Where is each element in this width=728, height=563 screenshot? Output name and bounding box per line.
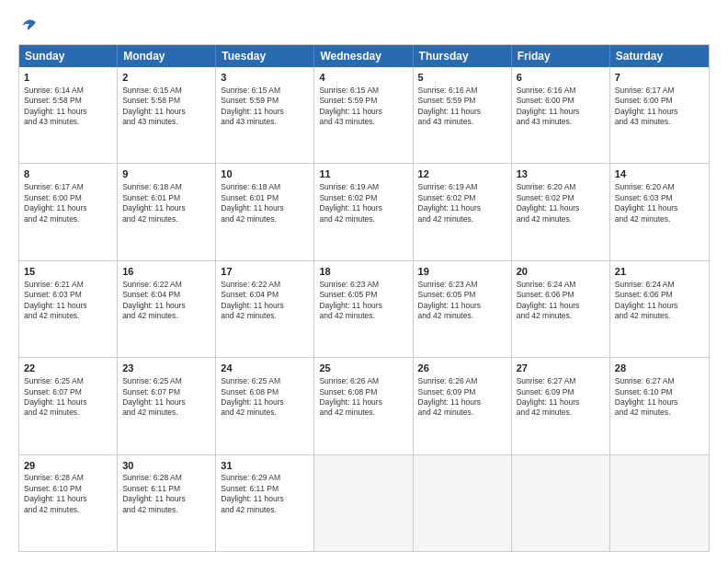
calendar-cell: 30Sunrise: 6:28 AM Sunset: 6:11 PM Dayli… (118, 455, 216, 551)
day-number: 11 (319, 167, 407, 181)
day-header-wednesday: Wednesday (314, 45, 413, 67)
page: SundayMondayTuesdayWednesdayThursdayFrid… (0, 0, 728, 563)
calendar-cell: 26Sunrise: 6:26 AM Sunset: 6:09 PM Dayli… (414, 358, 512, 454)
cell-sun-info: Sunrise: 6:27 AM Sunset: 6:09 PM Dayligh… (517, 376, 605, 419)
calendar-week-2: 8Sunrise: 6:17 AM Sunset: 6:00 PM Daylig… (19, 164, 709, 260)
calendar-cell: 27Sunrise: 6:27 AM Sunset: 6:09 PM Dayli… (512, 358, 610, 454)
cell-sun-info: Sunrise: 6:19 AM Sunset: 6:02 PM Dayligh… (418, 182, 506, 224)
cell-sun-info: Sunrise: 6:17 AM Sunset: 6:00 PM Dayligh… (615, 86, 704, 128)
logo (18, 17, 39, 35)
calendar-cell: 18Sunrise: 6:23 AM Sunset: 6:05 PM Dayli… (314, 261, 413, 357)
calendar-cell (610, 455, 709, 551)
day-number: 12 (418, 167, 506, 181)
day-header-friday: Friday (512, 45, 610, 67)
day-number: 14 (615, 167, 704, 181)
day-number: 23 (122, 362, 210, 375)
calendar-week-5: 29Sunrise: 6:28 AM Sunset: 6:10 PM Dayli… (19, 455, 709, 551)
cell-sun-info: Sunrise: 6:15 AM Sunset: 5:59 PM Dayligh… (221, 86, 309, 128)
cell-sun-info: Sunrise: 6:28 AM Sunset: 6:10 PM Dayligh… (24, 473, 112, 515)
calendar-cell: 20Sunrise: 6:24 AM Sunset: 6:06 PM Dayli… (512, 261, 610, 357)
calendar-cell: 16Sunrise: 6:22 AM Sunset: 6:04 PM Dayli… (118, 261, 216, 357)
calendar-cell: 14Sunrise: 6:20 AM Sunset: 6:03 PM Dayli… (610, 164, 709, 259)
day-number: 26 (418, 362, 506, 375)
calendar-cell: 15Sunrise: 6:21 AM Sunset: 6:03 PM Dayli… (19, 261, 118, 357)
day-number: 25 (319, 362, 407, 375)
calendar-cell: 8Sunrise: 6:17 AM Sunset: 6:00 PM Daylig… (19, 164, 118, 259)
cell-sun-info: Sunrise: 6:18 AM Sunset: 6:01 PM Dayligh… (221, 182, 309, 224)
cell-sun-info: Sunrise: 6:23 AM Sunset: 6:05 PM Dayligh… (319, 280, 407, 322)
day-header-saturday: Saturday (610, 45, 709, 67)
day-header-tuesday: Tuesday (216, 45, 314, 67)
cell-sun-info: Sunrise: 6:15 AM Sunset: 5:59 PM Dayligh… (319, 86, 407, 128)
day-number: 20 (517, 265, 605, 279)
calendar-cell: 9Sunrise: 6:18 AM Sunset: 6:01 PM Daylig… (118, 164, 216, 259)
cell-sun-info: Sunrise: 6:23 AM Sunset: 6:05 PM Dayligh… (418, 280, 506, 322)
day-number: 4 (319, 71, 407, 85)
calendar: SundayMondayTuesdayWednesdayThursdayFrid… (18, 44, 710, 552)
calendar-cell: 21Sunrise: 6:24 AM Sunset: 6:06 PM Dayli… (610, 261, 709, 357)
day-number: 19 (418, 265, 506, 279)
calendar-cell: 25Sunrise: 6:26 AM Sunset: 6:08 PM Dayli… (314, 358, 413, 454)
cell-sun-info: Sunrise: 6:25 AM Sunset: 6:07 PM Dayligh… (122, 376, 210, 419)
calendar-cell: 24Sunrise: 6:25 AM Sunset: 6:08 PM Dayli… (216, 358, 314, 454)
calendar-cell: 6Sunrise: 6:16 AM Sunset: 6:00 PM Daylig… (512, 67, 610, 163)
calendar-cell: 12Sunrise: 6:19 AM Sunset: 6:02 PM Dayli… (414, 164, 512, 259)
cell-sun-info: Sunrise: 6:26 AM Sunset: 6:08 PM Dayligh… (319, 376, 407, 419)
cell-sun-info: Sunrise: 6:18 AM Sunset: 6:01 PM Dayligh… (122, 182, 210, 224)
cell-sun-info: Sunrise: 6:14 AM Sunset: 5:58 PM Dayligh… (24, 86, 112, 128)
cell-sun-info: Sunrise: 6:28 AM Sunset: 6:11 PM Dayligh… (122, 473, 210, 515)
calendar-cell: 17Sunrise: 6:22 AM Sunset: 6:04 PM Dayli… (216, 261, 314, 357)
day-number: 1 (24, 71, 112, 85)
cell-sun-info: Sunrise: 6:24 AM Sunset: 6:06 PM Dayligh… (517, 280, 605, 322)
day-number: 2 (122, 71, 210, 85)
cell-sun-info: Sunrise: 6:20 AM Sunset: 6:03 PM Dayligh… (615, 182, 704, 224)
calendar-week-3: 15Sunrise: 6:21 AM Sunset: 6:03 PM Dayli… (19, 261, 709, 358)
calendar-cell: 2Sunrise: 6:15 AM Sunset: 5:58 PM Daylig… (118, 67, 216, 163)
cell-sun-info: Sunrise: 6:16 AM Sunset: 5:59 PM Dayligh… (418, 86, 506, 128)
day-number: 9 (122, 167, 210, 181)
calendar-cell (314, 455, 413, 551)
cell-sun-info: Sunrise: 6:24 AM Sunset: 6:06 PM Dayligh… (615, 280, 704, 322)
calendar-cell (512, 455, 610, 551)
day-number: 3 (221, 71, 309, 85)
day-number: 21 (615, 265, 704, 279)
calendar-body: 1Sunrise: 6:14 AM Sunset: 5:58 PM Daylig… (19, 67, 709, 551)
day-header-sunday: Sunday (19, 45, 118, 67)
day-number: 5 (418, 71, 506, 85)
cell-sun-info: Sunrise: 6:22 AM Sunset: 6:04 PM Dayligh… (122, 280, 210, 322)
calendar-cell: 4Sunrise: 6:15 AM Sunset: 5:59 PM Daylig… (314, 67, 413, 163)
calendar-cell: 1Sunrise: 6:14 AM Sunset: 5:58 PM Daylig… (19, 67, 118, 163)
day-number: 28 (615, 362, 704, 375)
calendar-cell: 3Sunrise: 6:15 AM Sunset: 5:59 PM Daylig… (216, 67, 314, 163)
cell-sun-info: Sunrise: 6:29 AM Sunset: 6:11 PM Dayligh… (221, 473, 309, 515)
day-header-monday: Monday (118, 45, 216, 67)
day-number: 6 (517, 71, 605, 85)
logo-bird-icon (20, 17, 39, 35)
cell-sun-info: Sunrise: 6:20 AM Sunset: 6:02 PM Dayligh… (517, 182, 605, 224)
day-header-thursday: Thursday (414, 45, 512, 67)
day-number: 22 (24, 362, 112, 375)
cell-sun-info: Sunrise: 6:27 AM Sunset: 6:10 PM Dayligh… (615, 376, 704, 419)
calendar-cell: 23Sunrise: 6:25 AM Sunset: 6:07 PM Dayli… (118, 358, 216, 454)
calendar-cell: 7Sunrise: 6:17 AM Sunset: 6:00 PM Daylig… (610, 67, 709, 163)
calendar-cell: 5Sunrise: 6:16 AM Sunset: 5:59 PM Daylig… (414, 67, 512, 163)
day-number: 15 (24, 265, 112, 279)
calendar-cell: 31Sunrise: 6:29 AM Sunset: 6:11 PM Dayli… (216, 455, 314, 551)
calendar-header: SundayMondayTuesdayWednesdayThursdayFrid… (19, 45, 709, 67)
cell-sun-info: Sunrise: 6:15 AM Sunset: 5:58 PM Dayligh… (122, 86, 210, 128)
calendar-cell: 22Sunrise: 6:25 AM Sunset: 6:07 PM Dayli… (19, 358, 118, 454)
day-number: 7 (615, 71, 704, 85)
calendar-week-1: 1Sunrise: 6:14 AM Sunset: 5:58 PM Daylig… (19, 67, 709, 164)
cell-sun-info: Sunrise: 6:22 AM Sunset: 6:04 PM Dayligh… (221, 280, 309, 322)
day-number: 24 (221, 362, 309, 375)
day-number: 10 (221, 167, 309, 181)
calendar-cell: 28Sunrise: 6:27 AM Sunset: 6:10 PM Dayli… (610, 358, 709, 454)
calendar-cell: 19Sunrise: 6:23 AM Sunset: 6:05 PM Dayli… (414, 261, 512, 357)
cell-sun-info: Sunrise: 6:26 AM Sunset: 6:09 PM Dayligh… (418, 376, 506, 419)
calendar-cell: 10Sunrise: 6:18 AM Sunset: 6:01 PM Dayli… (216, 164, 314, 259)
day-number: 17 (221, 265, 309, 279)
cell-sun-info: Sunrise: 6:25 AM Sunset: 6:08 PM Dayligh… (221, 376, 309, 419)
cell-sun-info: Sunrise: 6:16 AM Sunset: 6:00 PM Dayligh… (517, 86, 605, 128)
day-number: 29 (24, 459, 112, 473)
day-number: 18 (319, 265, 407, 279)
